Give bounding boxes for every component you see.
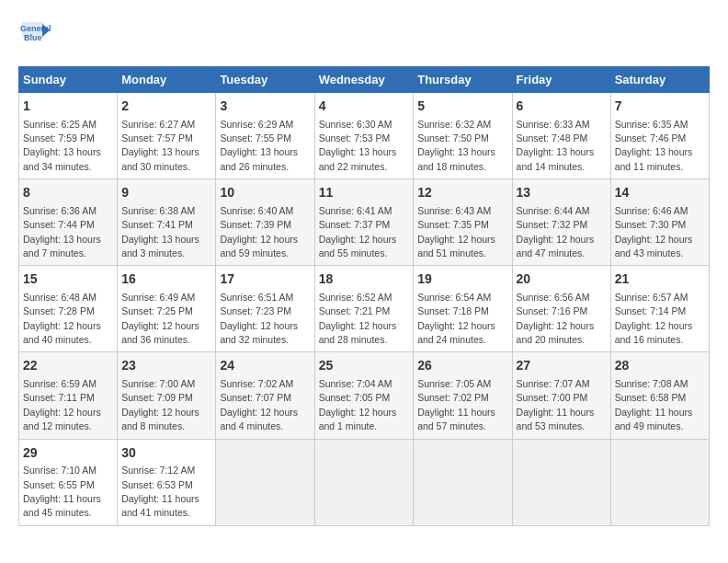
day-number: 10: [220, 184, 310, 202]
day-number: 28: [615, 357, 705, 375]
page-header: General Blue: [18, 18, 710, 52]
svg-text:Blue: Blue: [24, 33, 42, 42]
calendar-cell: 3Sunrise: 6:29 AM Sunset: 7:55 PM Daylig…: [216, 93, 314, 179]
calendar-cell: 18Sunrise: 6:52 AM Sunset: 7:21 PM Dayli…: [314, 266, 414, 352]
day-number: 12: [417, 184, 507, 202]
day-number: 26: [417, 357, 507, 375]
day-info: Sunrise: 6:56 AM Sunset: 7:16 PM Dayligh…: [517, 292, 595, 345]
day-number: 20: [517, 270, 607, 289]
day-info: Sunrise: 7:04 AM Sunset: 7:05 PM Dayligh…: [319, 378, 397, 431]
day-info: Sunrise: 6:29 AM Sunset: 7:55 PM Dayligh…: [220, 119, 298, 172]
calendar-cell: 13Sunrise: 6:44 AM Sunset: 7:32 PM Dayli…: [512, 179, 610, 266]
day-number: 5: [417, 98, 507, 116]
calendar-cell: 26Sunrise: 7:05 AM Sunset: 7:02 PM Dayli…: [414, 352, 512, 439]
day-info: Sunrise: 6:25 AM Sunset: 7:59 PM Dayligh…: [23, 119, 101, 172]
day-number: 16: [121, 270, 211, 289]
calendar-cell: 19Sunrise: 6:54 AM Sunset: 7:18 PM Dayli…: [414, 266, 512, 352]
calendar-cell: 11Sunrise: 6:41 AM Sunset: 7:37 PM Dayli…: [314, 179, 414, 266]
day-number: 17: [220, 270, 310, 289]
calendar-cell: 9Sunrise: 6:38 AM Sunset: 7:41 PM Daylig…: [118, 179, 216, 266]
day-number: 18: [319, 270, 410, 289]
calendar-cell: 21Sunrise: 6:57 AM Sunset: 7:14 PM Dayli…: [610, 266, 709, 352]
calendar-week-row: 29Sunrise: 7:10 AM Sunset: 6:55 PM Dayli…: [19, 439, 710, 525]
day-info: Sunrise: 6:30 AM Sunset: 7:53 PM Dayligh…: [319, 119, 397, 172]
calendar-cell: 4Sunrise: 6:30 AM Sunset: 7:53 PM Daylig…: [314, 93, 414, 179]
day-info: Sunrise: 6:57 AM Sunset: 7:14 PM Dayligh…: [615, 292, 693, 345]
calendar-cell: [512, 439, 610, 525]
calendar-cell: 29Sunrise: 7:10 AM Sunset: 6:55 PM Dayli…: [19, 439, 118, 525]
day-info: Sunrise: 6:59 AM Sunset: 7:11 PM Dayligh…: [23, 378, 101, 431]
calendar-cell: 22Sunrise: 6:59 AM Sunset: 7:11 PM Dayli…: [19, 352, 118, 439]
calendar-cell: 15Sunrise: 6:48 AM Sunset: 7:28 PM Dayli…: [19, 266, 118, 352]
weekday-header-friday: Friday: [512, 67, 610, 93]
logo-icon: General Blue: [18, 18, 51, 52]
day-number: 4: [319, 98, 410, 116]
calendar-cell: 30Sunrise: 7:12 AM Sunset: 6:53 PM Dayli…: [118, 439, 216, 525]
calendar-week-row: 22Sunrise: 6:59 AM Sunset: 7:11 PM Dayli…: [19, 352, 710, 439]
day-number: 2: [121, 98, 211, 116]
day-number: 6: [517, 98, 607, 116]
weekday-header-sunday: Sunday: [19, 67, 118, 93]
day-number: 24: [220, 357, 310, 375]
day-number: 11: [319, 184, 410, 202]
calendar-cell: 1Sunrise: 6:25 AM Sunset: 7:59 PM Daylig…: [19, 93, 118, 179]
day-info: Sunrise: 7:05 AM Sunset: 7:02 PM Dayligh…: [417, 378, 495, 431]
day-info: Sunrise: 7:02 AM Sunset: 7:07 PM Dayligh…: [220, 378, 298, 431]
day-info: Sunrise: 6:52 AM Sunset: 7:21 PM Dayligh…: [319, 292, 397, 345]
day-info: Sunrise: 7:07 AM Sunset: 7:00 PM Dayligh…: [517, 378, 595, 431]
calendar-table: SundayMondayTuesdayWednesdayThursdayFrid…: [18, 66, 710, 526]
day-info: Sunrise: 6:38 AM Sunset: 7:41 PM Dayligh…: [121, 205, 199, 259]
day-info: Sunrise: 6:54 AM Sunset: 7:18 PM Dayligh…: [417, 292, 495, 345]
calendar-cell: 2Sunrise: 6:27 AM Sunset: 7:57 PM Daylig…: [118, 93, 216, 179]
day-number: 25: [319, 357, 410, 375]
calendar-week-row: 1Sunrise: 6:25 AM Sunset: 7:59 PM Daylig…: [19, 93, 710, 179]
day-info: Sunrise: 6:40 AM Sunset: 7:39 PM Dayligh…: [220, 205, 298, 259]
day-info: Sunrise: 6:43 AM Sunset: 7:35 PM Dayligh…: [417, 205, 495, 259]
day-info: Sunrise: 6:32 AM Sunset: 7:50 PM Dayligh…: [417, 119, 495, 172]
calendar-cell: [610, 439, 709, 525]
day-number: 9: [121, 184, 211, 202]
calendar-cell: 20Sunrise: 6:56 AM Sunset: 7:16 PM Dayli…: [512, 266, 610, 352]
day-info: Sunrise: 6:49 AM Sunset: 7:25 PM Dayligh…: [121, 292, 199, 345]
calendar-cell: 25Sunrise: 7:04 AM Sunset: 7:05 PM Dayli…: [314, 352, 414, 439]
day-info: Sunrise: 7:08 AM Sunset: 6:58 PM Dayligh…: [615, 378, 693, 431]
day-number: 22: [23, 357, 113, 375]
day-info: Sunrise: 6:46 AM Sunset: 7:30 PM Dayligh…: [615, 205, 693, 259]
day-number: 7: [615, 98, 705, 116]
weekday-header-saturday: Saturday: [610, 67, 709, 93]
day-number: 8: [23, 184, 113, 202]
day-number: 14: [615, 184, 705, 202]
calendar-cell: 27Sunrise: 7:07 AM Sunset: 7:00 PM Dayli…: [512, 352, 610, 439]
day-info: Sunrise: 6:48 AM Sunset: 7:28 PM Dayligh…: [23, 292, 101, 345]
calendar-cell: 5Sunrise: 6:32 AM Sunset: 7:50 PM Daylig…: [414, 93, 512, 179]
calendar-cell: 14Sunrise: 6:46 AM Sunset: 7:30 PM Dayli…: [610, 179, 709, 266]
day-info: Sunrise: 6:51 AM Sunset: 7:23 PM Dayligh…: [220, 292, 298, 345]
calendar-cell: 16Sunrise: 6:49 AM Sunset: 7:25 PM Dayli…: [118, 266, 216, 352]
day-number: 13: [517, 184, 607, 202]
calendar-cell: [414, 439, 512, 525]
calendar-cell: 12Sunrise: 6:43 AM Sunset: 7:35 PM Dayli…: [414, 179, 512, 266]
calendar-cell: [216, 439, 314, 525]
day-number: 1: [23, 98, 113, 116]
calendar-week-row: 15Sunrise: 6:48 AM Sunset: 7:28 PM Dayli…: [19, 266, 710, 352]
calendar-cell: [314, 439, 414, 525]
day-info: Sunrise: 7:10 AM Sunset: 6:55 PM Dayligh…: [23, 465, 101, 518]
day-info: Sunrise: 6:44 AM Sunset: 7:32 PM Dayligh…: [517, 205, 595, 259]
day-number: 23: [121, 357, 211, 375]
weekday-header-tuesday: Tuesday: [216, 67, 314, 93]
day-number: 29: [23, 444, 113, 463]
logo: General Blue: [18, 18, 55, 52]
calendar-cell: 23Sunrise: 7:00 AM Sunset: 7:09 PM Dayli…: [118, 352, 216, 439]
day-number: 15: [23, 270, 113, 289]
day-info: Sunrise: 6:36 AM Sunset: 7:44 PM Dayligh…: [23, 205, 101, 259]
day-number: 21: [615, 270, 705, 289]
calendar-cell: 7Sunrise: 6:35 AM Sunset: 7:46 PM Daylig…: [610, 93, 709, 179]
weekday-header-wednesday: Wednesday: [314, 67, 414, 93]
day-info: Sunrise: 6:33 AM Sunset: 7:48 PM Dayligh…: [517, 119, 595, 172]
weekday-header-monday: Monday: [118, 67, 216, 93]
day-number: 27: [517, 357, 607, 375]
day-info: Sunrise: 6:27 AM Sunset: 7:57 PM Dayligh…: [121, 119, 199, 172]
calendar-cell: 17Sunrise: 6:51 AM Sunset: 7:23 PM Dayli…: [216, 266, 314, 352]
day-info: Sunrise: 7:12 AM Sunset: 6:53 PM Dayligh…: [121, 465, 199, 518]
day-number: 3: [220, 98, 310, 116]
